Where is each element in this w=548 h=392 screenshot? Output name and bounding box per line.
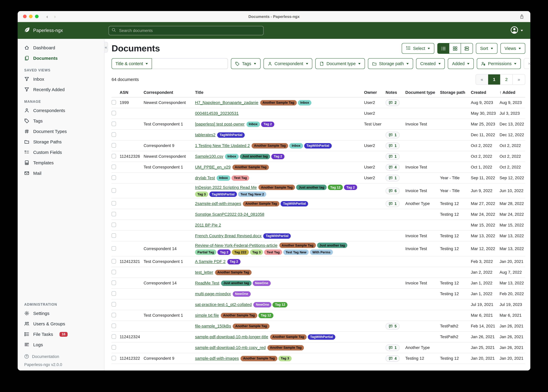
search-input[interactable] — [118, 28, 260, 33]
tag-badge[interactable]: Another Sample Tag — [233, 323, 269, 329]
tag-badge[interactable]: Test Tag — [231, 175, 249, 181]
tag-badge[interactable]: Another Sample Tag — [232, 164, 269, 170]
tag-badge[interactable]: Another Sample Tag — [215, 270, 252, 275]
table-row[interactable]: French Country Bread Revised.docxTagWith… — [112, 231, 525, 241]
tag-badge[interactable]: Tag 3 — [278, 356, 291, 361]
row-checkbox[interactable] — [112, 246, 116, 251]
table-row[interactable]: sat-practice-test-1_pt2-collatedNewOneTa… — [112, 299, 525, 310]
views-button[interactable]: Views▼ — [500, 43, 525, 54]
document-title-link[interactable]: A Sample PDF 2 — [195, 259, 225, 264]
tag-badge[interactable]: With Perms — [310, 250, 333, 255]
tag-badge[interactable]: Just another tag — [317, 243, 347, 248]
notes-badge[interactable]: 1 — [386, 175, 400, 181]
tag-badge[interactable]: Tag 12 — [259, 313, 274, 318]
table-row[interactable]: Test Correspondent 1 UM_PPBE_en_v29Anoth… — [112, 162, 525, 173]
sidebar-item-storage-paths[interactable]: Storage Paths — [18, 137, 104, 147]
document-title-link[interactable]: 0004814539_20230531 — [195, 111, 239, 116]
tag-badge[interactable]: TagWithPartial — [209, 191, 237, 197]
pagination-next[interactable]: » — [513, 74, 525, 84]
tag-badge[interactable]: Tag 2 — [344, 185, 357, 190]
row-checkbox[interactable] — [112, 356, 116, 360]
document-title-link[interactable]: simple txt file — [195, 313, 219, 318]
document-title-link[interactable]: UM_PPBE_en_v29 — [195, 165, 231, 169]
row-checkbox[interactable] — [112, 154, 116, 158]
tag-badge[interactable]: Inbox — [225, 154, 239, 159]
table-row[interactable]: 2011 BP Pie 2 Mar 15, 2022 Mar 15, 2022 — [112, 220, 525, 231]
sidebar-item-logs[interactable]: Logs — [18, 339, 104, 350]
document-title-link[interactable]: ReadMe Test — [195, 281, 219, 285]
column-header-correspondent[interactable]: Correspondent — [144, 90, 195, 95]
tag-badge[interactable]: Tag 12 — [328, 185, 343, 190]
document-title-link[interactable]: sample-pdf-download-10-mb copy_red — [195, 345, 266, 350]
tag-badge[interactable]: Just another tag — [296, 185, 327, 190]
correspondent-cell[interactable]: Newest Correspondent — [144, 100, 195, 105]
column-header-title[interactable]: Title — [195, 90, 364, 95]
storage-path-cell[interactable]: Testing 12 — [440, 234, 471, 238]
brand[interactable]: Paperless-ngx — [18, 27, 104, 34]
storage-path-cell[interactable]: TestPath2 — [440, 324, 471, 328]
column-header-asn[interactable]: ASN — [120, 90, 144, 95]
row-checkbox[interactable] — [112, 291, 116, 296]
row-checkbox[interactable] — [112, 111, 116, 115]
tag-badge[interactable]: NewOne — [233, 291, 251, 297]
table-row[interactable]: drylab TestInboxTest Tag User2 1 Year - … — [112, 173, 525, 183]
tag-badge[interactable]: TagWithPartial — [304, 143, 332, 148]
document-title-link[interactable]: Review-of-New-York-Federal-Petitions-art… — [195, 243, 277, 248]
search-box[interactable] — [108, 26, 264, 35]
tag-badge[interactable]: Inbox — [289, 143, 303, 148]
filter-button-correspondent[interactable]: Correspondent▼ — [263, 58, 312, 69]
notes-badge[interactable]: 4 — [386, 355, 400, 362]
document-type-cell[interactable]: Invoice Test — [405, 281, 440, 285]
tag-badge[interactable]: Another Sample Tag — [252, 143, 288, 148]
table-row[interactable]: sample-pdf-download-10-mb copy_redAnothe… — [112, 343, 525, 353]
filter-button-permissions[interactable]: Permissions▼ — [477, 58, 521, 69]
table-row[interactable]: 1999 Newest Correspondent H7_Napoleon_Bo… — [112, 98, 525, 108]
tag-badge[interactable]: Inbox — [217, 175, 230, 181]
tag-badge[interactable]: Another Sample Tag — [221, 313, 257, 318]
filter-button-tags[interactable]: Tags▼ — [231, 58, 260, 69]
document-type-cell[interactable]: Testing 12 — [405, 356, 440, 361]
document-title-link[interactable]: Sonstige ScanPC2022 03-24_081058 — [195, 212, 264, 217]
document-title-link[interactable]: H7_Napoleon_Bonaparte_zadanie — [195, 100, 258, 105]
correspondent-cell[interactable]: Correspondent 9 — [144, 143, 195, 148]
tag-badge[interactable]: Tag 3 — [250, 250, 263, 255]
document-title-link[interactable]: file-sample_150kBs — [195, 324, 231, 328]
sidebar-item-inbox[interactable]: Inbox — [18, 74, 104, 84]
correspondent-cell[interactable]: Correspondent 14 — [144, 281, 195, 285]
notes-badge[interactable]: 6 — [386, 188, 400, 194]
stack-view-button[interactable] — [461, 43, 473, 54]
row-checkbox[interactable] — [112, 302, 116, 306]
correspondent-cell[interactable]: Test Correspondent 1 — [144, 165, 195, 169]
sidebar-item-mail[interactable]: Mail — [18, 168, 104, 178]
sidebar-collapse-button[interactable]: « — [104, 42, 108, 53]
correspondent-cell[interactable]: Correspondent 14 — [144, 246, 195, 251]
column-header-added[interactable]: ↑Added — [499, 90, 525, 95]
document-title-link[interactable]: multi-page-mixedxx — [195, 292, 231, 296]
correspondent-cell[interactable]: Test Correspondent 1 — [144, 259, 195, 264]
notes-badge[interactable]: 5 — [386, 323, 400, 329]
table-row[interactable]: 112412324 sample-pdf-download-10-mb-long… — [112, 332, 525, 343]
tag-badge[interactable]: TagWithPartial — [263, 233, 291, 238]
notes-badge[interactable]: 1 — [386, 200, 400, 207]
storage-path-cell[interactable]: Year - Title — [440, 176, 471, 180]
row-checkbox[interactable] — [112, 345, 116, 350]
tag-badge[interactable]: NewOne — [253, 302, 271, 307]
sidebar-item-correspondents[interactable]: Correspondents — [18, 105, 104, 116]
document-title-link[interactable]: 2sample-pdf-with-images — [195, 201, 241, 206]
table-row[interactable]: 2sample-pdf-with-imagesAnother Sample Ta… — [112, 198, 525, 209]
table-row[interactable]: Test Correspondent 1 [paperless] test po… — [112, 119, 525, 130]
table-row[interactable]: 112412321 Test Correspondent 1 A Sample … — [112, 256, 525, 267]
notes-badge[interactable]: 4 — [386, 164, 400, 170]
table-row[interactable]: 112412326 Newest Correspondent Sample100… — [112, 151, 525, 162]
correspondent-cell[interactable]: Test Correspondent 1 — [144, 122, 195, 126]
filter-button-storage-path[interactable]: Storage path▼ — [368, 58, 413, 69]
sidebar-item-users-groups[interactable]: Users & Groups — [18, 319, 104, 329]
filter-button-document-type[interactable]: Document type▼ — [315, 58, 365, 69]
list-view-button[interactable] — [438, 43, 449, 54]
tag-badge[interactable]: Another Sample Tag — [260, 100, 296, 105]
tag-badge[interactable]: Another Sample Tag — [259, 185, 295, 190]
pagination-page-2[interactable]: 2 — [500, 74, 513, 84]
row-checkbox[interactable] — [112, 280, 116, 285]
sidebar-item-document-types[interactable]: Document Types — [18, 126, 104, 137]
storage-path-cell[interactable]: Testing 12 — [440, 201, 471, 206]
